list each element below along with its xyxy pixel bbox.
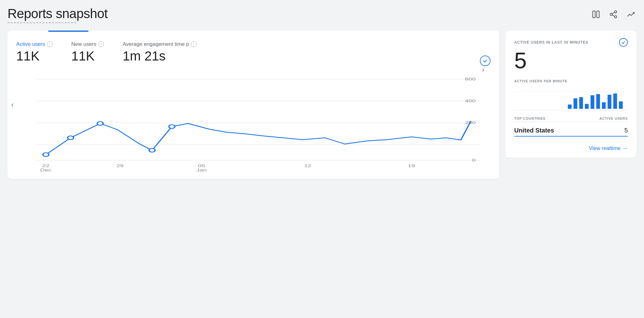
view-realtime-anchor[interactable]: View realtime → [589,145,628,152]
avg-engagement-value: 1m 21s [123,49,197,64]
line-chart-svg: 600 400 200 0 22 Dec [16,67,490,173]
nav-arrow-left[interactable]: ‹ [9,98,16,111]
page-wrapper: Reports snapshot [0,0,644,318]
svg-rect-31 [568,104,572,109]
share-icon [609,10,618,19]
svg-rect-36 [596,94,600,109]
svg-line-5 [612,15,615,17]
svg-rect-35 [591,95,594,109]
view-realtime-label: View realtime [589,145,621,152]
country-count: 5 [624,127,628,134]
svg-text:12: 12 [304,163,311,168]
columns-icon-button[interactable] [590,9,602,20]
svg-rect-34 [585,104,588,109]
new-users-value: 11K [71,49,104,64]
bar-chart-area [514,85,628,110]
insights-icon-button[interactable] [625,9,637,20]
svg-line-6 [612,12,615,14]
nav-arrow-right[interactable]: › [480,63,487,76]
active-users-count: 5 [514,49,628,72]
active-users-col-label: Active users [599,117,628,120]
svg-rect-38 [607,95,611,109]
realtime-check-icon [621,40,626,45]
active-users-info-icon[interactable]: i [47,41,53,47]
realtime-header: Active users in last 30 minutes [514,38,628,47]
page-header: Reports snapshot [7,6,637,23]
main-content: ‹ Active users i 11K New users i 11K [7,31,637,179]
bar-chart-svg [514,85,628,110]
share-icon-button[interactable] [608,9,619,20]
svg-point-21 [149,148,155,152]
top-countries-label: Top countries [514,117,545,120]
metrics-row: Active users i 11K New users i 11K Avera… [16,41,490,64]
svg-rect-32 [573,98,577,109]
svg-text:22: 22 [42,163,50,168]
metric-avg-engagement: Average engagement time p i 1m 21s [123,41,197,64]
svg-point-20 [97,122,103,125]
new-users-label: New users i [71,41,104,47]
active-users-value: 11K [16,49,53,64]
line-chart-area: 600 400 200 0 22 Dec [16,67,490,173]
header-icons [590,9,637,20]
svg-text:600: 600 [465,77,476,81]
svg-text:19: 19 [408,163,415,168]
arrow-right-icon: → [622,145,628,152]
right-card: Active users in last 30 minutes 5 Active… [505,31,637,158]
columns-icon [592,10,600,19]
title-underline [7,22,76,23]
svg-rect-37 [602,102,606,109]
svg-text:29: 29 [116,163,124,168]
svg-text:Dec: Dec [40,168,52,172]
realtime-title: Active users in last 30 minutes [514,40,588,45]
svg-rect-39 [613,94,617,109]
svg-rect-40 [619,101,623,109]
active-users-label: Active users i [16,41,53,47]
page-title: Reports snapshot [7,6,108,21]
top-countries-header: Top countries Active users [514,117,628,122]
per-minute-title: Active users per minute [514,79,628,83]
tab-indicator [48,31,89,32]
svg-rect-1 [597,11,599,18]
insights-icon [627,10,635,19]
left-card: ‹ Active users i 11K New users i 11K [7,31,499,179]
svg-text:0: 0 [472,158,476,162]
svg-text:400: 400 [465,99,476,103]
view-realtime-link: View realtime → [514,137,628,152]
country-row: United States 5 [514,123,628,137]
metric-active-users: Active users i 11K [16,41,53,64]
avg-engagement-label: Average engagement time p i [123,41,197,47]
svg-point-19 [68,136,74,140]
metric-new-users: New users i 11K [71,41,104,64]
check-icon [482,58,488,64]
header-title-block: Reports snapshot [7,6,108,23]
new-users-info-icon[interactable]: i [98,41,104,47]
svg-text:05: 05 [198,163,205,168]
svg-rect-0 [593,11,595,18]
svg-point-22 [169,125,175,128]
svg-rect-33 [579,97,583,109]
avg-engagement-info-icon[interactable]: i [191,41,197,47]
svg-text:Jan: Jan [196,168,207,172]
realtime-check-icon-circle [619,38,628,47]
svg-point-18 [43,153,49,157]
country-name: United States [514,127,554,134]
